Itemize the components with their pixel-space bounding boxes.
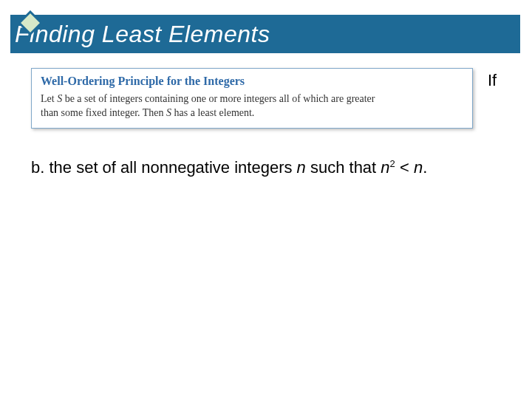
callout-body: Let S be a set of integers containing on… bbox=[41, 92, 463, 120]
title-bar: Finding Least Elements bbox=[10, 15, 520, 53]
item-b-n2: n bbox=[381, 158, 389, 177]
item-b-n1: n bbox=[297, 158, 306, 177]
item-b-exp: 2 bbox=[390, 158, 395, 169]
item-b-prefix: b. the set of all nonnegative integers bbox=[31, 158, 297, 177]
slide: Finding Least Elements If Well-Ordering … bbox=[0, 0, 532, 399]
svg-marker-0 bbox=[19, 12, 41, 34]
item-b-lt: < bbox=[395, 158, 414, 177]
item-b-n3: n bbox=[414, 158, 423, 177]
callout-line2b: has a least element. bbox=[171, 107, 254, 118]
trailing-if: If bbox=[488, 71, 497, 90]
callout-S2: S bbox=[166, 107, 171, 118]
principle-callout: Well-Ordering Principle for the Integers… bbox=[31, 68, 473, 129]
slide-title: Finding Least Elements bbox=[15, 21, 270, 48]
item-b-mid: such that bbox=[306, 158, 381, 177]
diamond-icon bbox=[18, 10, 43, 35]
callout-line2a: than some fixed integer. Then bbox=[41, 107, 166, 118]
item-b: b. the set of all nonnegative integers n… bbox=[31, 158, 427, 177]
callout-line1a: Let bbox=[41, 93, 57, 104]
callout-line1b: be a set of integers containing one or m… bbox=[62, 93, 375, 104]
callout-heading: Well-Ordering Principle for the Integers bbox=[41, 75, 463, 88]
item-b-period: . bbox=[423, 158, 427, 177]
